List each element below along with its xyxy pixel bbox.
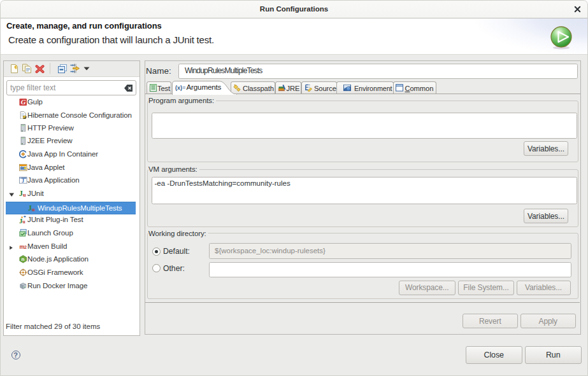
svg-text:u: u (22, 219, 25, 223)
svg-text:n: n (22, 257, 25, 263)
svg-text:2: 2 (24, 244, 27, 249)
svg-text:J: J (22, 179, 24, 185)
svg-text:u: u (32, 205, 35, 212)
svg-text:=: = (182, 85, 185, 90)
svg-text:G: G (21, 98, 26, 106)
svg-text:(x): (x) (175, 84, 182, 90)
svg-text:u: u (23, 191, 26, 198)
